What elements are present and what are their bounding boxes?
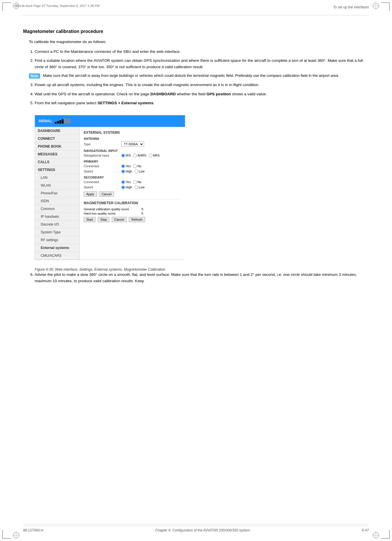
external-systems-title: EXTERNAL SYSTEMS xyxy=(84,131,181,135)
screenshot-container: SIGNAL: DASHBOARD CONNECT PHONE BOO xyxy=(35,115,185,260)
corner-mark-bl xyxy=(2,530,11,539)
start-button[interactable]: Start xyxy=(84,217,96,222)
nav-ip-handsets[interactable]: IP handsets xyxy=(35,213,79,221)
refresh-button[interactable]: Refresh xyxy=(129,217,145,222)
signal-bar-1 xyxy=(55,122,57,124)
nav-ahrs-radio[interactable] xyxy=(133,154,137,157)
footer-left: 98-127093-H xyxy=(23,528,43,532)
nav-connect[interactable]: CONNECT xyxy=(35,135,79,143)
hard-iron-score-row: Hard iron quality score 5 xyxy=(84,212,181,215)
primary-low-radio[interactable] xyxy=(135,170,138,173)
signal-bar-6 xyxy=(66,118,68,124)
web-ui-body: DASHBOARD CONNECT PHONE BOOK MESSAGES CA… xyxy=(35,127,185,260)
apply-cancel-row: Apply Cancel xyxy=(84,192,181,197)
section-heading: Magnetometer calibration procedure xyxy=(23,29,369,34)
secondary-connected-row: Connected Yes No xyxy=(84,180,181,184)
divider xyxy=(84,199,181,199)
primary-speed-label: Speed xyxy=(84,170,121,173)
footer-right: 6-47 xyxy=(362,528,369,532)
hard-iron-score-label: Hard iron quality score xyxy=(84,212,141,215)
file-info: SB-Lite.book Page 47 Tuesday, September … xyxy=(14,4,99,8)
cancel-cal-button[interactable]: Cancel xyxy=(112,217,127,222)
steps-list: Connect a PC to the Maintenance connecto… xyxy=(35,49,369,70)
note-text: Make sure that the aircraft is away from… xyxy=(43,73,339,79)
primary-low[interactable]: Low xyxy=(135,170,145,173)
intro-text: To calibrate the magnetometer do as foll… xyxy=(29,39,369,45)
primary-high-radio[interactable] xyxy=(121,170,125,173)
secondary-high[interactable]: High xyxy=(121,185,132,189)
nav-discrete[interactable]: Discrete I/O xyxy=(35,221,79,228)
nav-isdn[interactable]: ISDN xyxy=(35,197,79,205)
main-content: Magnetometer calibration procedure To ca… xyxy=(23,23,369,518)
secondary-high-radio[interactable] xyxy=(121,185,125,189)
web-nav: DASHBOARD CONNECT PHONE BOOK MESSAGES CA… xyxy=(35,127,80,260)
footer-rule xyxy=(23,524,369,524)
quality-score-label: General calibration quality score xyxy=(84,207,141,211)
nav-wlan[interactable]: WLAN xyxy=(35,182,79,189)
stop-button[interactable]: Stop xyxy=(98,217,110,222)
secondary-no[interactable]: No xyxy=(133,180,141,184)
primary-title: PRIMARY xyxy=(84,160,181,163)
web-ui-header: SIGNAL: xyxy=(35,115,185,127)
secondary-yes-radio[interactable] xyxy=(121,180,125,184)
nav-input-title: NAVIGATIONAL INPUT xyxy=(84,149,181,153)
secondary-no-radio[interactable] xyxy=(133,180,137,184)
nav-irs-option[interactable]: IRS xyxy=(121,154,131,157)
nav-input-row: Navigational input IRS AHRS NRS xyxy=(84,154,181,157)
secondary-yes[interactable]: Yes xyxy=(121,180,131,184)
note-box: Note Make sure that the aircraft is away… xyxy=(29,73,369,79)
secondary-title: SECONDARY xyxy=(84,176,181,179)
corner-mark-tr xyxy=(381,2,390,11)
primary-speed-radio: High Low xyxy=(121,170,145,173)
primary-yes-radio[interactable] xyxy=(121,164,125,168)
calibration-buttons-row: Start Stop Cancel Refresh xyxy=(84,217,181,222)
nav-rf-settings[interactable]: RF settings xyxy=(35,236,79,244)
web-ui: SIGNAL: DASHBOARD CONNECT PHONE BOO xyxy=(35,115,185,260)
antenna-type-select[interactable]: TT-5006A xyxy=(121,142,144,147)
nav-common[interactable]: Common xyxy=(35,205,79,213)
signal-bars xyxy=(55,118,70,124)
step-4: Wait until the GPS of the aircraft is op… xyxy=(35,91,369,97)
nav-dashboard[interactable]: DASHBOARD xyxy=(35,127,79,135)
corner-mark-tl xyxy=(2,2,11,11)
hard-iron-score-value: 5 xyxy=(141,212,143,215)
reg-mark-br xyxy=(371,531,380,540)
nav-cmu-acars[interactable]: CMU/ACARS xyxy=(35,252,79,260)
steps-list-2: Power up all aircraft systems, including… xyxy=(35,82,369,106)
primary-no-radio[interactable] xyxy=(133,164,137,168)
figure-caption: Figure 6-35: Web interface: Settings, Ex… xyxy=(35,267,369,272)
primary-yes[interactable]: Yes xyxy=(121,164,131,168)
primary-high[interactable]: High xyxy=(121,170,132,173)
nav-external-systems[interactable]: External systems xyxy=(35,244,79,252)
secondary-speed-label: Speed xyxy=(84,185,121,189)
primary-connected-label: Connected xyxy=(84,164,121,168)
secondary-low-radio[interactable] xyxy=(135,185,138,189)
primary-connected-row: Connected Yes No xyxy=(84,164,181,168)
nav-ahrs-option[interactable]: AHRS xyxy=(133,154,146,157)
nav-phone-fax[interactable]: Phone/Fax xyxy=(35,189,79,197)
nav-phone-book[interactable]: PHONE BOOK xyxy=(35,143,79,150)
nav-messages[interactable]: MESSAGES xyxy=(35,150,79,158)
nav-irs-radio[interactable] xyxy=(121,154,125,157)
secondary-low[interactable]: Low xyxy=(135,185,145,189)
quality-score-value: 9 xyxy=(141,207,143,211)
note-label: Note xyxy=(29,73,40,79)
primary-no[interactable]: No xyxy=(133,164,141,168)
nav-nrs-option[interactable]: NRS xyxy=(149,154,160,157)
secondary-speed-radio: High Low xyxy=(121,185,145,189)
nav-calls[interactable]: CALLS xyxy=(35,158,79,166)
quality-score-row: General calibration quality score 9 xyxy=(84,207,181,211)
footer-center: Chapter 6: Configuration of the AVIATOR … xyxy=(155,528,250,532)
nav-settings[interactable]: SETTINGS xyxy=(35,166,79,174)
nav-nrs-radio[interactable] xyxy=(149,154,152,157)
step-6: Advise the pilot to make a slow 360° cir… xyxy=(35,272,369,284)
cancel-button[interactable]: Cancel xyxy=(99,192,114,197)
apply-button[interactable]: Apply xyxy=(84,192,97,197)
signal-bar-2 xyxy=(57,121,59,124)
antenna-title: ANTENNA xyxy=(84,137,181,140)
nav-system-type[interactable]: System Type xyxy=(35,228,79,236)
reg-mark-tr xyxy=(371,1,380,10)
nav-lan[interactable]: LAN xyxy=(35,174,79,182)
step4-bold2: GPS position xyxy=(206,92,231,96)
step-1: Connect a PC to the Maintenance connecto… xyxy=(35,49,369,55)
